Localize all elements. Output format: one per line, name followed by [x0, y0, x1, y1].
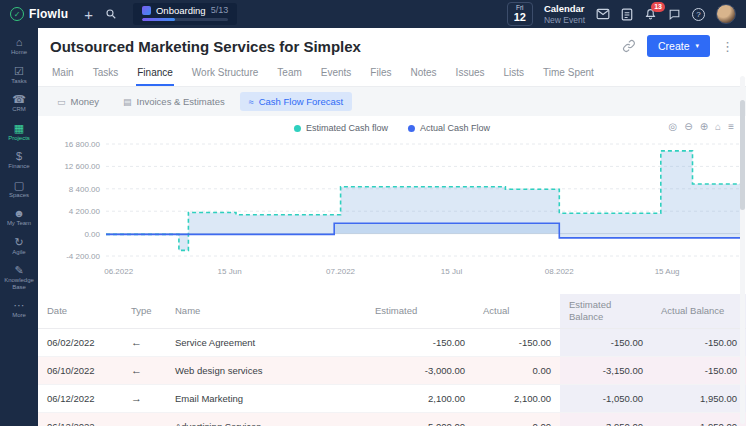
cell-actual-balance: 1,950.00: [652, 412, 746, 426]
column-header-actual[interactable]: Actual: [474, 294, 560, 328]
tab-team[interactable]: Team: [276, 61, 302, 86]
sidebar-item-my-team[interactable]: ☻My Team: [0, 202, 38, 231]
target-icon[interactable]: ◎: [669, 120, 678, 134]
search-icon[interactable]: [105, 8, 117, 20]
create-button-label: Create: [658, 40, 690, 52]
tab-work-structure[interactable]: Work Structure: [191, 61, 260, 86]
column-header-est_balance[interactable]: Estimated Balance: [560, 294, 652, 328]
cell-name: Web design services: [166, 356, 366, 384]
cell-estimated: 5,000.00: [366, 412, 474, 426]
scrollbar-thumb[interactable]: [740, 100, 745, 210]
cell-actual: 0.00: [474, 356, 560, 384]
sidebar-item-tasks[interactable]: ☑Tasks: [0, 60, 38, 89]
main-content: Outsourced Marketing Services for Simple…: [38, 28, 746, 426]
topbar: ✓ Flowlu + Onboarding 5/13 Fri 12 Calend…: [0, 0, 746, 28]
cashflow-chart-section: Estimated Cash flowActual Cash Flow ◎⊖⊕⌂…: [38, 116, 746, 286]
tab-main[interactable]: Main: [51, 61, 75, 86]
cell-actual: -150.00: [474, 328, 560, 356]
tab-notes[interactable]: Notes: [409, 61, 437, 86]
tab-finance[interactable]: Finance: [136, 61, 174, 86]
sidebar-item-knowledge-base[interactable]: ✎Knowledge Base: [0, 259, 38, 294]
chevron-down-icon: ▾: [695, 42, 699, 50]
column-header-type[interactable]: Type: [122, 294, 166, 328]
notes-icon[interactable]: [621, 8, 633, 21]
table-row[interactable]: 06/02/2022←Service Agreement-150.00-150.…: [38, 328, 746, 356]
sidebar-item-label: Spaces: [9, 192, 29, 199]
tab-time-spent[interactable]: Time Spent: [542, 61, 595, 86]
flowlu-logo-icon: ✓: [10, 7, 24, 21]
tab-issues[interactable]: Issues: [455, 61, 486, 86]
cell-estimated-balance: -150.00: [560, 328, 652, 356]
sidebar-item-home[interactable]: ⌂Home: [0, 31, 38, 60]
cell-estimated: 2,100.00: [366, 384, 474, 412]
home-reset-icon[interactable]: ⌂: [715, 120, 721, 134]
legend-dot: [408, 125, 415, 132]
column-header-act_balance[interactable]: Actual Balance: [652, 294, 746, 328]
legend-label: Estimated Cash flow: [306, 123, 388, 133]
table-header-row: DateTypeNameEstimatedActualEstimated Bal…: [38, 294, 746, 328]
sidebar-item-projects[interactable]: ▦Projects: [0, 117, 38, 146]
sidebar-item-more[interactable]: ⋯More: [0, 294, 38, 323]
project-header: Outsourced Marketing Services for Simple…: [38, 28, 746, 61]
transactions-table: DateTypeNameEstimatedActualEstimated Bal…: [38, 294, 746, 426]
column-header-estimated[interactable]: Estimated: [366, 294, 474, 328]
sidebar-item-label: Agile: [12, 249, 25, 256]
team-icon: ☻: [13, 207, 25, 219]
tasks-icon: ☑: [14, 65, 24, 77]
spaces-icon: ▢: [14, 179, 24, 191]
subtab-invoices-estimates[interactable]: ▤Invoices & Estimates: [114, 92, 234, 111]
notifications-bell-icon[interactable]: 13: [644, 8, 657, 21]
new-event-link[interactable]: New Event: [544, 15, 585, 25]
subtab-cash-flow-forecast[interactable]: ≈Cash Flow Forecast: [240, 92, 352, 111]
subtab-money[interactable]: ▭Money: [48, 92, 108, 111]
subtab-label: Cash Flow Forecast: [259, 96, 343, 107]
create-button[interactable]: Create ▾: [647, 35, 710, 57]
sidebar-item-spaces[interactable]: ▢Spaces: [0, 174, 38, 203]
date-day: 12: [514, 12, 526, 23]
legend-item[interactable]: Estimated Cash flow: [294, 123, 388, 133]
notification-badge: 13: [651, 2, 665, 12]
copy-link-icon[interactable]: [622, 39, 636, 53]
tab-files[interactable]: Files: [369, 61, 392, 86]
chat-icon[interactable]: [668, 8, 681, 21]
sidebar-item-agile[interactable]: ↻Agile: [0, 231, 38, 260]
onboarding-progress-fill: [142, 18, 175, 21]
table-row[interactable]: 06/12/2022→Email Marketing2,100.002,100.…: [38, 384, 746, 412]
user-avatar[interactable]: [716, 4, 736, 24]
cell-actual-balance: -150.00: [652, 328, 746, 356]
onboarding-widget[interactable]: Onboarding 5/13: [133, 3, 237, 26]
sidebar-item-crm[interactable]: ☎CRM: [0, 88, 38, 117]
cell-date: 06/02/2022: [38, 328, 122, 356]
zoom-out-icon[interactable]: ⊖: [684, 120, 692, 134]
agile-icon: ↻: [14, 236, 23, 248]
scrollbar-track: [740, 76, 745, 424]
tab-tasks[interactable]: Tasks: [92, 61, 120, 86]
zoom-in-icon[interactable]: ⊕: [700, 120, 708, 134]
mail-icon[interactable]: [596, 8, 610, 20]
column-header-name[interactable]: Name: [166, 294, 366, 328]
sidebar-item-finance[interactable]: $Finance: [0, 145, 38, 174]
y-axis-label: 0.00: [84, 230, 100, 239]
chart-toolbar: ◎⊖⊕⌂≡: [669, 120, 734, 134]
cell-date: 06/12/2022: [38, 412, 122, 426]
help-icon[interactable]: ?: [692, 8, 705, 21]
sidebar-item-label: Tasks: [11, 78, 26, 85]
x-axis-label: 07.2022: [326, 267, 355, 276]
calendar-shortcut[interactable]: Calendar New Event: [544, 3, 585, 25]
date-widget[interactable]: Fri 12: [507, 2, 533, 27]
cell-name: Advertising Services: [166, 412, 366, 426]
export-menu-icon[interactable]: ≡: [728, 120, 734, 134]
flowlu-logo[interactable]: ✓ Flowlu: [10, 7, 68, 21]
column-header-date[interactable]: Date: [38, 294, 122, 328]
quick-add-button[interactable]: +: [84, 7, 93, 22]
table-row[interactable]: 06/10/2022←Web design services-3,000.000…: [38, 356, 746, 384]
more-menu-icon[interactable]: ⋮: [721, 39, 734, 54]
cashflow-chart[interactable]: 16 800.0012 600.008 400.004 200.000.00-4…: [44, 138, 746, 286]
legend-item[interactable]: Actual Cash Flow: [408, 123, 490, 133]
crm-icon: ☎: [12, 93, 26, 105]
table-row[interactable]: 06/12/2022→Advertising Services5,000.000…: [38, 412, 746, 426]
tab-lists[interactable]: Lists: [503, 61, 526, 86]
tab-events[interactable]: Events: [320, 61, 353, 86]
cell-actual: 2,100.00: [474, 384, 560, 412]
x-axis-label: 08.2022: [545, 267, 574, 276]
